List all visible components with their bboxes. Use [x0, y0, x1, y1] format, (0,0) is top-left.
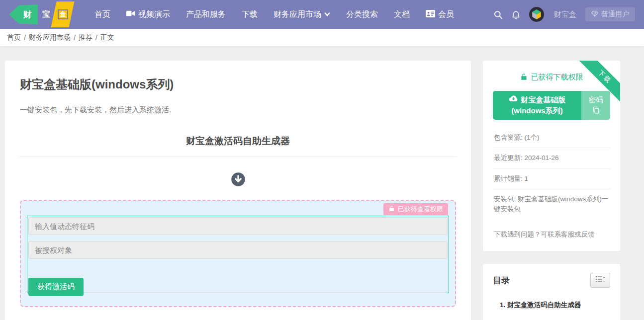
breadcrumb-home[interactable]: 首页 — [7, 33, 21, 42]
feature-code-input[interactable] — [28, 217, 448, 235]
toc-item-1[interactable]: 1. 财宝盒激活码自助生成器 — [500, 301, 610, 310]
toc-title: 目录 — [493, 275, 510, 286]
nav-item-products[interactable]: 产品和服务 — [186, 9, 226, 20]
nav-right-group: 财宝盒 普通用户 — [493, 7, 635, 22]
nav-label: 分类搜索 — [346, 9, 378, 20]
password-label: 密码 — [588, 95, 603, 105]
chevron-down-icon — [324, 10, 330, 19]
breadcrumb-separator: / — [24, 34, 26, 42]
activation-generator-panel: 已获得查看权限 获得激活码 — [20, 200, 456, 307]
nav-item-home[interactable]: 首页 — [94, 9, 110, 20]
id-card-icon — [426, 10, 435, 19]
article-card: 财宝盒基础版(windows系列) 一键安装包，先下载安装，然后进入系统激活. … — [5, 61, 471, 320]
nav-item-download[interactable]: 下载 — [242, 9, 258, 20]
resource-details: 包含资源: (1个) 最近更新: 2024-01-26 累计销量: 1 安装包:… — [493, 128, 610, 219]
nav-links: 首页 视频演示 产品和服务 下载 财务应用市场 分类搜索 文档 — [94, 9, 454, 20]
breadcrumb-separator: / — [74, 34, 76, 42]
nav-item-docs[interactable]: 文档 — [394, 9, 410, 20]
nav-label: 文档 — [394, 9, 410, 20]
logo-yellow-shape: 盒 — [51, 1, 74, 27]
nav-item-category-search[interactable]: 分类搜索 — [346, 9, 378, 20]
user-level-label: 普通用户 — [601, 10, 629, 19]
page-content: 财宝盒基础版(windows系列) 一键安装包，先下载安装，然后进入系统激活. … — [0, 47, 644, 320]
view-permission-label: 已获得查看权限 — [398, 205, 443, 214]
sidebar: 下载 已获得下载权限 财宝盒基础版 (windows系列) — [483, 61, 620, 320]
toc-header: 目录 — [493, 273, 610, 288]
logo-char-2: 宝 — [42, 9, 50, 20]
password-copy-button[interactable]: 密码 — [581, 91, 610, 120]
generator-form: 获得激活码 — [27, 216, 449, 293]
toc-list: 1. 财宝盒激活码自助生成器 2. 功能描述 3. 资源类型 4. 资源来源 — [500, 301, 610, 320]
cube-logo-icon — [530, 7, 544, 21]
logo-char-1: 财 — [23, 9, 32, 20]
user-avatar[interactable] — [529, 7, 544, 22]
breadcrumb-recommend[interactable]: 推荐 — [79, 33, 92, 42]
nav-username[interactable]: 财宝盒 — [554, 10, 576, 19]
nav-label: 视频演示 — [138, 9, 170, 20]
cloud-download-icon — [509, 94, 518, 105]
breadcrumb-market[interactable]: 财务应用市场 — [29, 33, 71, 42]
top-navbar: 财 宝 盒 首页 视频演示 产品和服务 下载 财务应用市场 分 — [0, 0, 644, 29]
detail-package: 安装包: 财宝盒基础版(windows系列)一键安装包 — [493, 189, 610, 220]
user-level-badge[interactable]: 普通用户 — [585, 7, 635, 21]
unlock-icon — [388, 205, 395, 213]
download-button-line2: (windows系列) — [511, 105, 562, 116]
breadcrumb-separator: / — [95, 34, 97, 42]
gem-icon — [591, 10, 598, 18]
logo-char-3: 盒 — [58, 9, 68, 19]
logo-green-shape: 财 — [9, 4, 38, 24]
download-permission-label: 已获得下载权限 — [531, 73, 583, 82]
download-card: 下载 已获得下载权限 财宝盒基础版 (windows系列) — [483, 61, 620, 251]
scroll-down-arrow-icon — [19, 172, 457, 189]
toc-card: 目录 1. 财宝盒激活码自助生成器 2. 功能描述 3. 资源类型 4. 资源来… — [483, 264, 620, 320]
unlock-icon — [520, 73, 528, 82]
nav-label: 下载 — [242, 9, 258, 20]
bell-icon[interactable] — [512, 10, 520, 19]
authorized-object-input[interactable] — [28, 241, 448, 259]
breadcrumb-current: 正文 — [100, 33, 114, 42]
nav-label: 财务应用市场 — [274, 9, 321, 20]
download-button-group: 财宝盒基础版 (windows系列) 密码 — [493, 91, 610, 120]
nav-label: 产品和服务 — [186, 9, 226, 20]
nav-label: 会员 — [438, 9, 454, 20]
view-permission-badge: 已获得查看权限 — [383, 203, 448, 215]
get-activation-code-button[interactable]: 获得激活码 — [28, 278, 84, 296]
breadcrumb: 首页 / 财务应用市场 / 推荐 / 正文 — [0, 29, 644, 47]
detail-updated: 最近更新: 2024-01-26 — [493, 148, 610, 168]
site-logo[interactable]: 财 宝 盒 — [9, 0, 72, 29]
search-icon[interactable] — [493, 10, 503, 19]
detail-sales: 累计销量: 1 — [493, 169, 610, 189]
download-button-line1: 财宝盒基础版 — [521, 94, 566, 105]
detail-resources: 包含资源: (1个) — [493, 128, 610, 148]
generator-heading: 财宝盒激活码自助生成器 — [19, 135, 457, 148]
nav-item-finance-market[interactable]: 财务应用市场 — [274, 9, 330, 20]
nav-item-video-demo[interactable]: 视频演示 — [126, 9, 170, 20]
article-subtitle: 一键安装包，先下载安装，然后进入系统激活. — [20, 105, 457, 115]
video-camera-icon — [126, 10, 135, 19]
list-sort-icon — [595, 275, 605, 285]
copy-icon — [592, 106, 599, 115]
nav-label: 首页 — [94, 9, 110, 20]
page-title: 财宝盒基础版(windows系列) — [20, 77, 457, 92]
download-package-button[interactable]: 财宝盒基础版 (windows系列) — [493, 91, 581, 120]
download-help-text[interactable]: 下载遇到问题？可联系客服或反馈 — [493, 230, 610, 239]
heading-divider — [19, 157, 457, 157]
nav-item-member[interactable]: 会员 — [426, 9, 454, 20]
toc-sort-button[interactable] — [590, 273, 610, 288]
